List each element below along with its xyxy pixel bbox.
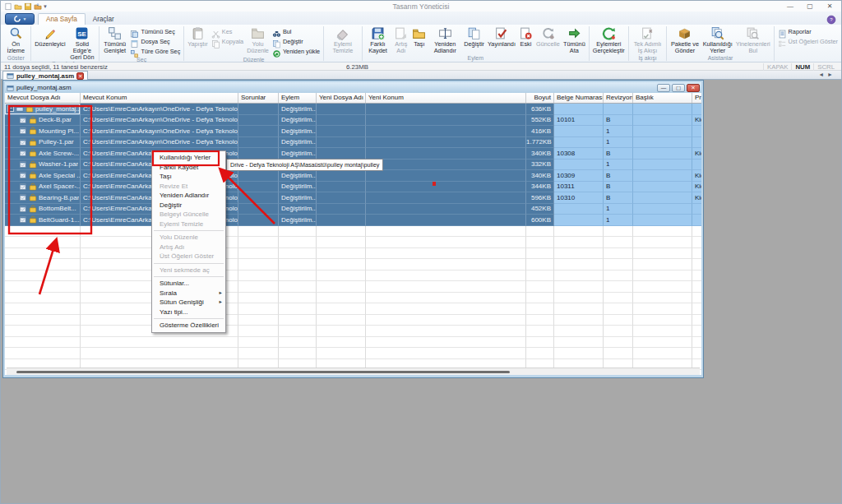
ribbon-button-raporlar[interactable]: Raporlar	[776, 26, 840, 36]
column-header-sorunlar[interactable]: Sorunlar	[238, 93, 279, 103]
menu-item-gösterme-özellikleri[interactable]: Gösterme Özellikleri	[152, 321, 225, 331]
column-header-boyut[interactable]: Boyut	[526, 93, 554, 103]
menu-item-farklı-kaydet[interactable]: Farklı Kaydet	[152, 163, 225, 173]
column-header-baslik[interactable]: Başlık	[633, 93, 692, 103]
table-empty-row[interactable]	[5, 226, 701, 238]
qat-dropdown-icon[interactable]: ▼	[42, 4, 48, 9]
column-header-path[interactable]: Mevcut Konum	[81, 93, 238, 103]
table-empty-row[interactable]	[5, 248, 701, 260]
ribbon-button-kullanıldığı-yerler[interactable]: Kullanıldığı Yerler	[701, 25, 734, 54]
column-header-yeni_konum[interactable]: Yeni Konum	[366, 93, 526, 103]
menu-item-yolu-düzenle[interactable]: Yolu Düzenle	[152, 233, 225, 243]
table-row[interactable]: −pulley_montaj...C:\Users\EmreCanArkayın…	[5, 104, 701, 115]
qat-open-icon[interactable]	[14, 2, 22, 11]
ribbon-button-güncelle[interactable]: Güncelle	[534, 25, 562, 48]
table-row[interactable]: Pulley-1.parC:\Users\EmreCanArkayın\OneD…	[5, 137, 701, 149]
menu-item-sütunlar-[interactable]: Sütunlar...	[152, 279, 225, 289]
child-restore-button[interactable]: ▢	[672, 84, 685, 92]
ribbon-button-tümünü-seç[interactable]: Tümünü Seç	[128, 26, 182, 36]
table-empty-row[interactable]	[5, 303, 701, 315]
ribbon-button-kes[interactable]: Kes	[210, 26, 245, 36]
tree-collapse-icon[interactable]: −	[7, 105, 14, 112]
table-row[interactable]: Bearing-B.parC:\Users\EmreCanArkayın\One…	[5, 192, 701, 204]
ribbon-button-düzenleyici[interactable]: Düzenleyici	[33, 25, 67, 48]
ribbon-button-eski[interactable]: Eski	[517, 25, 534, 48]
ribbon-button-değiştir[interactable]: Değiştir	[271, 36, 322, 46]
document-window-titlebar[interactable]: pulley_montaj.asm — ▢ ✕	[5, 82, 701, 93]
menu-item-yeniden-adlandır[interactable]: Yeniden Adlandır	[152, 191, 225, 201]
ribbon-button-eylemleri-gerçekleştir[interactable]: Eylemleri Gerçekleştir	[591, 25, 627, 54]
ribbon-button-yinelenenleri-bul[interactable]: Yinelenenleri Bul	[734, 25, 772, 54]
ribbon-button-dosya-seç[interactable]: Dosya Seç	[128, 36, 182, 46]
child-minimize-button[interactable]: —	[657, 84, 670, 92]
ribbon-button-türe-göre-seç[interactable]: Türe Göre Seç	[128, 46, 182, 56]
scrollbar-thumb[interactable]	[16, 371, 510, 373]
ribbon-button-tek-adımlı-i-ş-akışı[interactable]: Tek Adımlı İş Akışı	[631, 25, 665, 54]
qat-save-icon[interactable]	[24, 2, 32, 11]
table-empty-row[interactable]	[5, 270, 701, 282]
menu-item-artış-adı[interactable]: Artış Adı	[152, 243, 225, 252]
column-header-rev[interactable]: Revizyon ...	[604, 93, 633, 103]
tab-araçlar[interactable]: Araçlar	[86, 14, 122, 25]
menu-item-kullanıldığı-yerler[interactable]: Kullanıldığı Yerler	[152, 153, 225, 163]
ribbon-button-değiştir[interactable]: Değiştir	[462, 25, 486, 48]
restore-button[interactable]: ▢	[800, 1, 820, 11]
tab-ana-sayfa[interactable]: Ana Sayfa	[38, 13, 86, 25]
column-header-eylem[interactable]: Eylem	[279, 93, 317, 103]
ribbon-button-solid-edge-e-geri-dön[interactable]: SESolid Edge'e Geri Dön	[67, 25, 97, 60]
ribbon-button-ön-i-zleme[interactable]: Ön İzleme	[2, 25, 29, 54]
column-header-proj[interactable]: Proj	[692, 93, 701, 103]
ribbon-button-farklı-kaydet[interactable]: Farklı Kaydet	[364, 25, 392, 54]
child-close-button[interactable]: ✕	[687, 84, 700, 92]
horizontal-scrollbar[interactable]	[7, 368, 700, 375]
ribbon-button-yayınlandı[interactable]: Yayınlandı	[486, 25, 517, 48]
table-empty-row[interactable]	[5, 348, 701, 359]
table-empty-row[interactable]	[5, 326, 701, 337]
table-row[interactable]: Axel Spacer-...C:\Users\EmreCanArkayın\O…	[5, 182, 701, 193]
column-header-name[interactable]: Mevcut Dosya Adı	[5, 93, 81, 103]
table-row[interactable]: Axle Screw-...C:\Users\EmreCanArkayın\On…	[5, 148, 701, 160]
table-empty-row[interactable]	[5, 259, 701, 270]
ribbon-button-paketle-ve-gönder[interactable]: Paketle ve Gönder	[669, 25, 701, 54]
menu-item-değiştir[interactable]: Değiştir	[152, 201, 225, 210]
tab-close-icon[interactable]: ✕	[76, 72, 84, 80]
table-row[interactable]: BottomBelt...C:\Users\EmreCanArkayın\One…	[5, 204, 701, 215]
application-button[interactable]: ▼	[5, 13, 35, 25]
ribbon-button-kopyala[interactable]: Kopyala	[210, 36, 245, 46]
table-row[interactable]: Axle Special ...C:\Users\EmreCanArkayın\…	[5, 170, 701, 182]
close-button[interactable]: ✕	[820, 1, 840, 11]
table-empty-row[interactable]	[5, 293, 701, 304]
table-empty-row[interactable]	[5, 315, 701, 326]
table-row[interactable]: Mounting Pl...C:\Users\EmreCanArkayın\On…	[5, 126, 701, 137]
ribbon-button-yeniden-yükle[interactable]: Yeniden yükle	[271, 46, 322, 56]
column-header-belge[interactable]: Belge Numarası	[554, 93, 604, 103]
menu-item-revize-et[interactable]: Revize Et	[152, 182, 225, 192]
menu-item-eylemi-temizle[interactable]: Eylemi Temizle	[152, 220, 225, 229]
qat-new-icon[interactable]	[4, 2, 12, 11]
tab-scroll-arrows[interactable]: ◄►	[818, 72, 836, 77]
ribbon-button-tümünü-genişlet[interactable]: Tümünü Genişlet	[101, 25, 128, 54]
column-header-yeni_ad[interactable]: Yeni Dosya Adı	[317, 93, 366, 103]
ribbon-button-taşı[interactable]: Taşı	[410, 25, 428, 48]
menu-item-yeni-sekmede-aç[interactable]: Yeni sekmede aç	[152, 266, 225, 275]
ribbon-button-tümünü-ata[interactable]: Tümünü Ata	[562, 25, 587, 54]
ribbon-button-bul[interactable]: Bul	[271, 26, 322, 36]
menu-item-taşı[interactable]: Taşı	[152, 172, 225, 182]
table-row[interactable]: Deck-B.parC:\Users\EmreCanArkayın\OneDri…	[5, 115, 701, 127]
help-icon[interactable]: ?	[826, 13, 836, 23]
ribbon-button-üst-öğeleri-göster[interactable]: Üst Öğeleri Göster	[776, 36, 840, 46]
menu-item-belgeyi-güncelle[interactable]: Belgeyi Güncelle	[152, 210, 225, 220]
table-empty-row[interactable]	[5, 281, 701, 293]
menu-item-üst-öğeleri-göster[interactable]: Üst Öğeleri Göster	[152, 252, 225, 261]
minimize-button[interactable]: —	[780, 1, 800, 11]
qat-export-icon[interactable]	[34, 2, 42, 11]
table-empty-row[interactable]	[5, 337, 701, 349]
menu-item-sütun-genişliği[interactable]: Sütun Genişliği►	[152, 298, 225, 307]
ribbon-button-yolu-düzenle[interactable]: Yolu Düzenle	[245, 25, 271, 54]
ribbon-button-yeniden-adlandır[interactable]: Yeniden Adlandır	[428, 25, 462, 54]
ribbon-button-artış-adı[interactable]: Artış Adı	[391, 25, 410, 54]
menu-item-sırala[interactable]: Sırala►	[152, 289, 225, 298]
table-empty-row[interactable]	[5, 237, 701, 248]
document-tab[interactable]: pulley_montaj.asm ✕	[2, 71, 88, 80]
ribbon-button-eylemi-temizle[interactable]: Eylemi Temizle	[326, 25, 360, 54]
